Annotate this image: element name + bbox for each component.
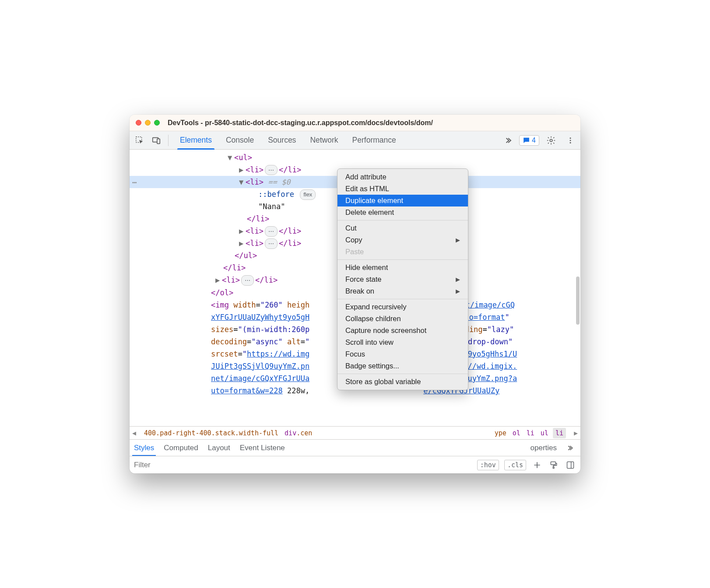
expand-toggle[interactable]: ▶ bbox=[239, 164, 244, 176]
li-tag: <li> bbox=[246, 178, 264, 186]
expand-toggle[interactable]: ▼ bbox=[239, 176, 244, 188]
svg-rect-2 bbox=[157, 139, 160, 144]
scrollbar[interactable] bbox=[576, 276, 580, 325]
issues-badge[interactable]: 4 bbox=[519, 135, 539, 146]
ctx-separator bbox=[337, 259, 468, 260]
ctx-collapse-children[interactable]: Collapse children bbox=[337, 313, 468, 325]
traffic-lights bbox=[136, 120, 160, 126]
tab-styles[interactable]: Styles bbox=[134, 440, 154, 456]
ctx-paste: Paste bbox=[337, 246, 468, 258]
ctx-separator bbox=[337, 299, 468, 299]
ctx-separator bbox=[337, 374, 468, 374]
main-toolbar: Elements Console Sources Network Perform… bbox=[130, 131, 580, 150]
svg-point-5 bbox=[570, 140, 571, 141]
close-window-button[interactable] bbox=[136, 120, 141, 126]
svg-rect-8 bbox=[553, 467, 554, 468]
breadcrumb-item[interactable]: ul bbox=[541, 429, 548, 437]
ctx-break-on[interactable]: Break on▶ bbox=[337, 285, 468, 297]
li-close-tag: </li> bbox=[279, 239, 301, 248]
tab-network[interactable]: Network bbox=[303, 131, 345, 149]
tab-sources[interactable]: Sources bbox=[261, 131, 303, 149]
ctx-store-global[interactable]: Store as global variable bbox=[337, 376, 468, 388]
breadcrumb-item[interactable]: 400.pad-right-400.stack.width-full bbox=[144, 429, 278, 437]
filter-input[interactable] bbox=[134, 461, 472, 469]
li-close-tag: </li> bbox=[255, 276, 278, 284]
expand-toggle[interactable]: ▼ bbox=[228, 151, 233, 164]
selected-marker: == $0 bbox=[268, 178, 290, 186]
li-tag[interactable]: <li> bbox=[246, 227, 264, 235]
svg-rect-7 bbox=[551, 462, 555, 465]
ol-close-tag: </ol> bbox=[211, 288, 233, 297]
ctx-copy[interactable]: Copy▶ bbox=[337, 234, 468, 246]
breadcrumb-item[interactable]: div.cen bbox=[285, 429, 312, 437]
li-close-tag: </li> bbox=[247, 214, 269, 223]
inspect-element-icon[interactable] bbox=[132, 133, 147, 148]
ctx-scroll-into-view[interactable]: Scroll into view bbox=[337, 336, 468, 348]
tab-elements[interactable]: Elements bbox=[173, 131, 219, 149]
styles-filter-bar: :hov .cls bbox=[130, 456, 580, 473]
titlebar: DevTools - pr-5840-static-dot-dcc-stagin… bbox=[130, 115, 580, 131]
new-style-rule-icon[interactable] bbox=[531, 459, 543, 471]
ctx-delete-element[interactable]: Delete element bbox=[337, 206, 468, 218]
computed-panel-icon[interactable] bbox=[565, 459, 576, 471]
li-tag[interactable]: <li> bbox=[246, 239, 264, 248]
maximize-window-button[interactable] bbox=[154, 120, 160, 126]
ellipsis-badge[interactable]: ⋯ bbox=[265, 238, 278, 248]
svg-rect-9 bbox=[567, 462, 574, 468]
li-tag[interactable]: <li> bbox=[222, 276, 240, 284]
ctx-cut[interactable]: Cut bbox=[337, 222, 468, 234]
ul-tag[interactable]: <ul> bbox=[234, 153, 252, 162]
ctx-force-state[interactable]: Force state▶ bbox=[337, 273, 468, 285]
breadcrumb-selected[interactable]: li bbox=[553, 428, 566, 438]
li-tag[interactable]: <li> bbox=[246, 165, 264, 174]
tab-properties[interactable]: operties bbox=[531, 440, 557, 456]
li-close-tag: </li> bbox=[279, 165, 301, 174]
divider bbox=[168, 135, 169, 146]
ctx-focus[interactable]: Focus bbox=[337, 348, 468, 360]
pseudo-before[interactable]: ::before bbox=[258, 190, 294, 199]
breadcrumb-item[interactable]: ype bbox=[495, 429, 506, 437]
toolbar-right: 4 bbox=[504, 133, 578, 148]
kebab-menu-icon[interactable] bbox=[563, 133, 578, 148]
dom-breadcrumb: ◀ 400.pad-right-400.stack.width-full div… bbox=[130, 426, 580, 439]
cls-toggle[interactable]: .cls bbox=[504, 460, 526, 470]
more-tabs-icon[interactable] bbox=[566, 441, 576, 455]
hover-toggle[interactable]: :hov bbox=[477, 460, 499, 470]
expand-toggle[interactable]: ▶ bbox=[239, 237, 244, 249]
expand-toggle[interactable]: ▶ bbox=[215, 274, 221, 286]
more-tabs-icon[interactable] bbox=[504, 133, 515, 148]
ctx-hide-element[interactable]: Hide element bbox=[337, 262, 468, 273]
breadcrumb-left-icon[interactable]: ◀ bbox=[130, 429, 138, 437]
svg-point-4 bbox=[570, 137, 571, 139]
li-close-tag: </li> bbox=[279, 227, 301, 235]
tab-computed[interactable]: Computed bbox=[164, 440, 198, 456]
devtools-window: DevTools - pr-5840-static-dot-dcc-stagin… bbox=[130, 115, 580, 473]
tab-layout[interactable]: Layout bbox=[208, 440, 230, 456]
breadcrumb-right-icon[interactable]: ▶ bbox=[572, 429, 580, 437]
device-toolbar-icon[interactable] bbox=[149, 133, 164, 148]
ctx-edit-as-html[interactable]: Edit as HTML bbox=[337, 183, 468, 195]
ctx-capture-screenshot[interactable]: Capture node screenshot bbox=[337, 325, 468, 336]
ctx-duplicate-element[interactable]: Duplicate element bbox=[337, 195, 468, 206]
paint-icon[interactable] bbox=[548, 459, 559, 471]
tab-performance[interactable]: Performance bbox=[345, 131, 403, 149]
ellipsis-badge[interactable]: ⋯ bbox=[265, 226, 278, 236]
expand-toggle[interactable]: ▶ bbox=[239, 225, 244, 237]
ctx-add-attribute[interactable]: Add attribute bbox=[337, 171, 468, 183]
flex-badge[interactable]: flex bbox=[300, 189, 316, 200]
text-node[interactable]: "Nana" bbox=[258, 202, 285, 211]
ctx-expand-recursively[interactable]: Expand recursively bbox=[337, 301, 468, 313]
breadcrumb-item[interactable]: ol bbox=[513, 429, 520, 437]
svg-point-3 bbox=[550, 139, 552, 142]
ctx-badge-settings[interactable]: Badge settings... bbox=[337, 360, 468, 372]
window-title: DevTools - pr-5840-static-dot-dcc-stagin… bbox=[168, 119, 433, 127]
minimize-window-button[interactable] bbox=[145, 120, 151, 126]
ellipsis-badge[interactable]: ⋯ bbox=[241, 275, 254, 285]
tab-console[interactable]: Console bbox=[219, 131, 261, 149]
tab-event-listeners[interactable]: Event Listene bbox=[240, 440, 285, 456]
panel-tabs: Elements Console Sources Network Perform… bbox=[173, 131, 403, 149]
submenu-arrow-icon: ▶ bbox=[456, 237, 460, 243]
breadcrumb-item[interactable]: li bbox=[527, 429, 534, 437]
settings-icon[interactable] bbox=[544, 133, 559, 148]
ellipsis-badge[interactable]: ⋯ bbox=[265, 165, 278, 175]
